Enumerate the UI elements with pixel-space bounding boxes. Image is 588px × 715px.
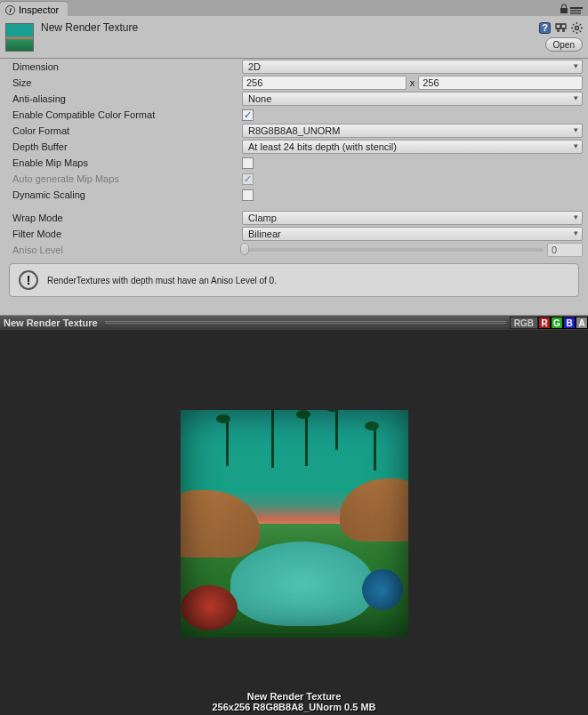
depth-buffer-label: Depth Buffer <box>12 141 242 152</box>
aniso-level-label: Aniso Level <box>12 245 242 255</box>
preview-area: New Render Texture 256x256 R8G8B8A8_UNor… <box>0 330 588 715</box>
rgb-toggle[interactable]: RGB <box>510 317 538 329</box>
help-icon[interactable]: ? <box>538 21 551 34</box>
size-height-field[interactable] <box>418 76 583 90</box>
inspector-tab[interactable]: i Inspector <box>0 2 68 16</box>
svg-text:?: ? <box>542 22 548 33</box>
preview-header-line <box>105 321 506 325</box>
size-width-field[interactable] <box>242 76 407 90</box>
lock-icon[interactable] <box>560 4 568 16</box>
wrap-mode-dropdown[interactable]: Clamp <box>242 211 583 225</box>
aniso-slider <box>242 248 544 252</box>
asset-name[interactable]: New Render Texture <box>41 20 138 34</box>
info-message: RenderTextures with depth must have an A… <box>47 276 277 285</box>
info-circle-icon: ! <box>19 270 38 290</box>
dynamic-scaling-label: Dynamic Scaling <box>12 189 242 200</box>
preview-title: New Render Texture <box>0 317 101 328</box>
mipmaps-checkbox[interactable] <box>242 157 254 169</box>
preview-header: New Render Texture RGB R G B A <box>0 316 588 330</box>
info-box: ! RenderTextures with depth must have an… <box>9 263 579 297</box>
preview-footer: New Render Texture 256x256 R8G8B8A8_UNor… <box>212 691 375 712</box>
channel-a-button[interactable]: A <box>576 317 588 329</box>
panel-menu-icon[interactable] <box>570 4 583 15</box>
dynamic-scaling-checkbox[interactable] <box>242 189 254 201</box>
wrap-mode-label: Wrap Mode <box>12 213 242 223</box>
size-label: Size <box>12 77 242 88</box>
preset-icon[interactable] <box>554 21 567 34</box>
tabbar-right <box>560 4 588 16</box>
dimension-label: Dimension <box>12 61 242 72</box>
channel-r-button[interactable]: R <box>538 317 551 329</box>
tabbar: i Inspector <box>0 0 588 16</box>
preview-footer-details: 256x256 R8G8B8A8_UNorm 0.5 MB <box>212 702 375 712</box>
antialiasing-label: Anti-aliasing <box>12 93 242 104</box>
info-icon: i <box>5 5 15 15</box>
asset-thumbnail <box>5 23 34 52</box>
autogen-mip-checkbox <box>242 173 254 185</box>
filter-mode-label: Filter Mode <box>12 229 242 239</box>
channel-g-button[interactable]: G <box>551 317 563 329</box>
properties-panel: Dimension 2D Size x Anti-aliasing None E… <box>0 59 588 316</box>
filter-mode-dropdown[interactable]: Bilinear <box>242 227 583 241</box>
settings-icon[interactable] <box>570 21 583 34</box>
size-x-label: x <box>410 77 415 88</box>
tab-label: Inspector <box>19 4 59 15</box>
depth-buffer-dropdown[interactable]: At least 24 bits depth (with stencil) <box>242 140 583 154</box>
asset-header: New Render Texture ? Open <box>0 16 588 59</box>
preview-footer-name: New Render Texture <box>212 691 375 702</box>
svg-point-2 <box>575 26 578 29</box>
compat-color-label: Enable Compatible Color Format <box>12 109 242 120</box>
aniso-value-field: 0 <box>547 243 583 257</box>
channel-b-button[interactable]: B <box>563 317 576 329</box>
color-format-dropdown[interactable]: R8G8B8A8_UNORM <box>242 124 583 138</box>
color-format-label: Color Format <box>12 125 242 136</box>
compat-color-checkbox[interactable] <box>242 109 254 121</box>
header-right: ? Open <box>538 20 583 52</box>
autogen-mip-label: Auto generate Mip Maps <box>12 173 242 184</box>
dimension-dropdown[interactable]: 2D <box>242 60 583 74</box>
preview-image <box>181 410 408 638</box>
antialiasing-dropdown[interactable]: None <box>242 92 583 106</box>
mipmaps-label: Enable Mip Maps <box>12 157 242 168</box>
open-button[interactable]: Open <box>545 37 583 52</box>
